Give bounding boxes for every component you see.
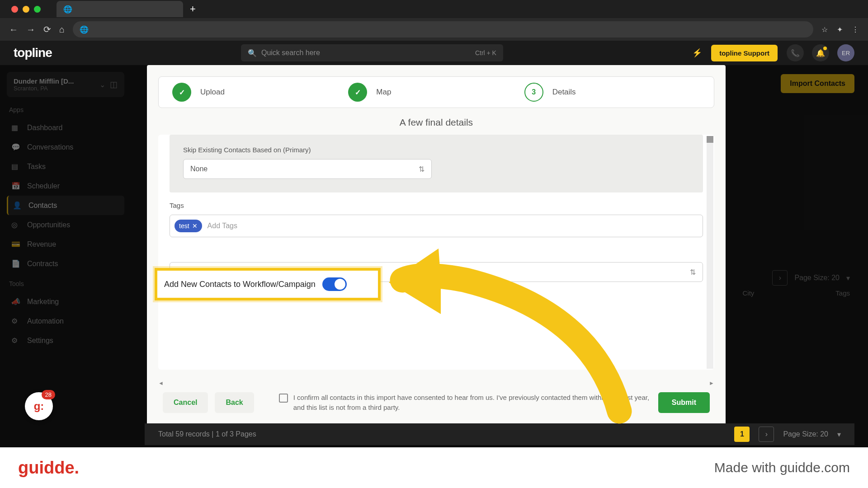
back-button[interactable]: Back	[215, 392, 254, 413]
bolt-icon[interactable]: ⚡	[692, 48, 702, 58]
gear-icon: ⚙	[11, 317, 20, 325]
page-size-top[interactable]: Page Size: 20	[794, 274, 840, 282]
guidde-footer: guidde. Made with guidde.com	[0, 447, 868, 488]
settings-icon: ⚙	[11, 336, 20, 345]
skip-select[interactable]: None ⇅	[183, 159, 432, 179]
remove-tag-icon[interactable]: ✕	[192, 222, 198, 230]
sidebar-item-contacts[interactable]: 👤Contacts	[7, 196, 124, 215]
browser-chrome: 🌐 + ← → ⟳ ⌂ 🌐 ☆ ✦ ⋮	[0, 0, 868, 41]
consent-text: I confirm all contacts in this import ha…	[293, 393, 651, 413]
widget-icon: g:	[34, 400, 44, 413]
forward-icon[interactable]: →	[26, 24, 35, 35]
guidde-logo: guidde.	[18, 458, 79, 478]
submit-button[interactable]: Submit	[658, 392, 710, 413]
step-map: ✓ Map	[348, 83, 524, 102]
minimize-window-icon[interactable]	[23, 6, 29, 13]
modal-title: A few final details	[158, 117, 714, 128]
dashboard-icon: ▦	[11, 123, 20, 132]
sidebar-item-marketing[interactable]: 📣Marketing	[7, 292, 124, 311]
modal-body: Skip Existing Contacts Based on (Primary…	[158, 135, 714, 370]
maximize-window-icon[interactable]	[34, 6, 41, 13]
widget-badge: 28	[42, 390, 55, 399]
phone-icon[interactable]: 📞	[787, 44, 804, 61]
tools-section-label: Tools	[9, 280, 124, 287]
sidebar-item-revenue[interactable]: 💳Revenue	[7, 235, 124, 254]
skip-value: None	[190, 165, 208, 173]
tag-chip[interactable]: test ✕	[175, 220, 202, 232]
sidebar-item-tasks[interactable]: ▤Tasks	[7, 157, 124, 176]
h-scroll: ◄ ►	[158, 380, 714, 387]
column-tags: Tags	[835, 289, 850, 297]
extensions-icon[interactable]: ✦	[837, 25, 843, 34]
workflow-toggle[interactable]	[322, 277, 347, 291]
top-pagination: › Page Size: 20 ▾	[772, 270, 850, 286]
scroll-right-icon[interactable]: ►	[709, 380, 714, 387]
page-next-top[interactable]: ›	[772, 270, 788, 286]
cancel-button[interactable]: Cancel	[163, 392, 208, 413]
org-name: Dunder Mifflin [D...	[14, 77, 95, 85]
tags-input[interactable]: test ✕ Add Tags	[170, 215, 703, 237]
new-tab-button[interactable]: +	[190, 3, 196, 15]
pagination-text: Total 59 records | 1 of 3 Pages	[158, 430, 734, 438]
updown-icon: ⇅	[690, 268, 696, 277]
globe-icon: 🌐	[63, 5, 72, 14]
help-widget[interactable]: g: 28	[25, 392, 53, 420]
import-contacts-button[interactable]: Import Contacts	[781, 74, 854, 93]
card-icon: 💳	[11, 240, 20, 249]
sidebar-item-scheduler[interactable]: 📅Scheduler	[7, 176, 124, 196]
import-modal: ✓ Upload ✓ Map 3 Details A few final det…	[147, 65, 726, 431]
sidebar-item-dashboard[interactable]: ▦Dashboard	[7, 118, 124, 137]
nav-right: ☆ ✦ ⋮	[821, 25, 859, 34]
page-1-button[interactable]: 1	[734, 427, 750, 442]
sidebar-item-opportunities[interactable]: ◎Opportunities	[7, 215, 124, 235]
sidebar-item-automation[interactable]: ⚙Automation	[7, 311, 124, 331]
window-controls	[5, 6, 47, 13]
search-placeholder: Quick search here	[261, 49, 320, 57]
page-size-select[interactable]: Page Size: 20	[783, 430, 828, 438]
menu-icon[interactable]: ⋮	[852, 25, 859, 34]
step-upload: ✓ Upload	[172, 83, 348, 102]
reload-icon[interactable]: ⟳	[43, 24, 51, 35]
star-icon[interactable]: ☆	[821, 25, 828, 34]
calendar-icon: 📅	[11, 182, 20, 190]
guidde-attribution: Made with guidde.com	[714, 460, 850, 475]
target-icon: ◎	[11, 221, 20, 229]
consent-checkbox[interactable]	[279, 394, 288, 403]
bell-icon[interactable]: 🔔	[812, 44, 829, 61]
org-selector[interactable]: Dunder Mifflin [D... Scranton, PA ⌄ ◫	[7, 72, 124, 97]
support-button[interactable]: topline Support	[711, 45, 778, 61]
step-label: Map	[376, 88, 391, 97]
check-icon: ✓	[172, 83, 191, 102]
chevron-down-icon: ▾	[846, 274, 850, 282]
header-icons: 📞 🔔 ER	[787, 44, 854, 61]
close-window-icon[interactable]	[11, 6, 18, 13]
scrollbar[interactable]	[707, 136, 713, 369]
step-details: 3 Details	[524, 83, 700, 102]
sidebar-item-settings[interactable]: ⚙Settings	[7, 331, 124, 350]
home-icon[interactable]: ⌂	[59, 24, 65, 35]
scroll-left-icon[interactable]: ◄	[158, 380, 164, 387]
tags-placeholder: Add Tags	[208, 222, 237, 230]
sidebar-item-conversations[interactable]: 💬Conversations	[7, 137, 124, 157]
consent-block: I confirm all contacts in this import ha…	[279, 393, 651, 413]
apps-section-label: Apps	[9, 106, 124, 113]
panel-toggle-icon[interactable]: ◫	[110, 80, 118, 89]
tags-section: Tags test ✕ Add Tags	[170, 202, 703, 237]
back-icon[interactable]: ←	[9, 24, 18, 35]
search-input[interactable]: 🔍 Quick search here Ctrl + K	[241, 44, 503, 61]
url-bar[interactable]: 🌐	[73, 21, 813, 38]
scroll-thumb[interactable]	[707, 136, 713, 143]
page-next-button[interactable]: ›	[759, 427, 774, 442]
step-label: Details	[552, 88, 576, 97]
step-number: 3	[524, 83, 543, 102]
search-shortcut: Ctrl + K	[475, 49, 496, 56]
chevron-down-icon: ▾	[837, 430, 841, 439]
globe-icon: 🌐	[80, 25, 89, 34]
logo: topline	[14, 46, 52, 60]
stepper: ✓ Upload ✓ Map 3 Details	[158, 76, 714, 108]
avatar[interactable]: ER	[837, 44, 854, 61]
tags-label: Tags	[170, 202, 703, 209]
sidebar-item-contracts[interactable]: 📄Contracts	[7, 254, 124, 273]
toggle-knob	[335, 279, 345, 290]
browser-tab[interactable]: 🌐	[57, 1, 183, 17]
